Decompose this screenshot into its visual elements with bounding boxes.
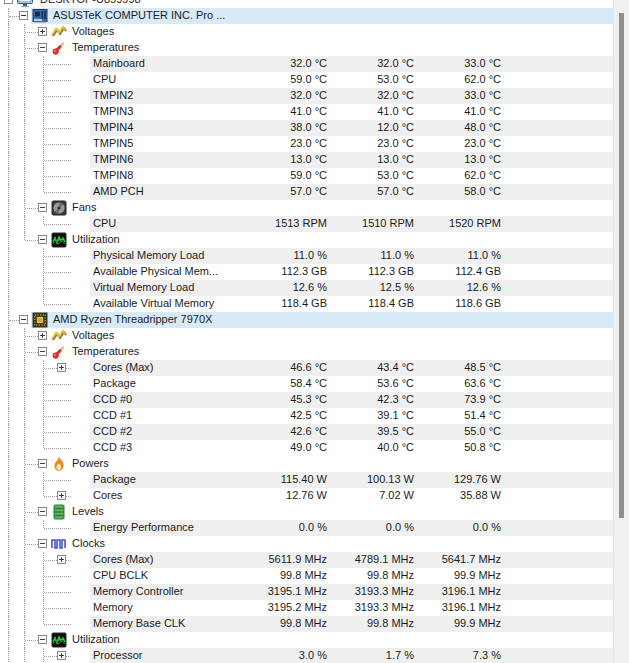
scrollbar-thumb[interactable] <box>619 13 624 518</box>
tree-row[interactable]: Temperatures <box>0 40 613 56</box>
scrollbar[interactable] <box>613 0 629 663</box>
collapse-minus-icon[interactable] <box>4 0 13 4</box>
tree-row[interactable]: CPU1513 RPM1510 RPM1520 RPM <box>0 216 613 232</box>
tree-row[interactable]: Processor3.0 %1.7 %7.3 % <box>0 648 613 663</box>
collapse-minus-icon[interactable] <box>19 11 28 20</box>
tree-row[interactable]: Memory Base CLK99.8 MHz99.8 MHz99.9 MHz <box>0 616 613 632</box>
tree-row[interactable]: CPU59.0 °C53.0 °C62.0 °C <box>0 72 613 88</box>
collapse-minus-icon[interactable] <box>38 235 47 244</box>
tree-elbow-line <box>43 184 44 192</box>
tree-row[interactable]: Cores (Max)5611.9 MHz4789.1 MHz5641.7 MH… <box>0 552 613 568</box>
tree-row[interactable]: Available Virtual Memory118.4 GB118.4 GB… <box>0 296 613 312</box>
tree-item-label: CPU BCLK <box>93 568 148 583</box>
value-col-1: 1513 RPM <box>241 216 327 231</box>
tree-row[interactable]: Voltages <box>0 24 613 40</box>
value-col-1: 99.8 MHz <box>241 616 327 631</box>
collapse-minus-icon[interactable] <box>19 315 28 324</box>
tree-guide-line <box>24 568 25 584</box>
tree-row[interactable]: Levels <box>0 504 613 520</box>
expand-plus-icon[interactable] <box>57 363 66 372</box>
value-col-1: 59.0 °C <box>241 168 327 183</box>
collapse-minus-icon[interactable] <box>38 347 47 356</box>
tree-row[interactable]: Temperatures <box>0 344 613 360</box>
collapse-minus-icon[interactable] <box>38 203 47 212</box>
value-col-2: 1.7 % <box>328 648 414 663</box>
tree-item-label: Virtual Memory Load <box>93 280 194 295</box>
tree-item-label: Voltages <box>72 328 114 343</box>
tree-row[interactable]: TMPIN341.0 °C41.0 °C41.0 °C <box>0 104 613 120</box>
tree-guide-line <box>24 488 25 504</box>
value-col-2: 7.02 W <box>328 488 414 503</box>
tree-row[interactable]: TMPIN523.0 °C23.0 °C23.0 °C <box>0 136 613 152</box>
tree-row[interactable]: Mainboard32.0 °C32.0 °C33.0 °C <box>0 56 613 72</box>
flame-icon <box>51 456 67 472</box>
tree-guide-line <box>8 504 9 520</box>
computer-icon <box>17 0 33 8</box>
tree-row[interactable]: Memory Controller3195.1 MHz3193.3 MHz319… <box>0 584 613 600</box>
tree-row[interactable]: Package115.40 W100.13 W129.76 W <box>0 472 613 488</box>
tree-row[interactable]: Package58.4 °C53.6 °C63.6 °C <box>0 376 613 392</box>
value-col-1: 23.0 °C <box>241 136 327 151</box>
utilization-icon <box>51 632 67 648</box>
tree-row[interactable]: ASUSTeK COMPUTER INC. Pro ... <box>0 8 613 24</box>
tree-row[interactable]: Available Physical Mem...112.3 GB112.3 G… <box>0 264 613 280</box>
tree-row[interactable]: TMPIN859.0 °C53.0 °C62.0 °C <box>0 168 613 184</box>
tree-row[interactable]: Physical Memory Load11.0 %11.0 %11.0 % <box>0 248 613 264</box>
tree-guide-line <box>24 360 25 376</box>
expand-plus-icon[interactable] <box>57 555 66 564</box>
tree-row[interactable]: TMPIN438.0 °C12.0 °C48.0 °C <box>0 120 613 136</box>
expand-plus-icon[interactable] <box>38 331 47 340</box>
tree-item-label: Package <box>93 472 136 487</box>
temperature-icon <box>51 40 67 56</box>
tree-row[interactable]: Memory3195.2 MHz3193.3 MHz3196.1 MHz <box>0 600 613 616</box>
tree-row[interactable]: TMPIN232.0 °C32.0 °C33.0 °C <box>0 88 613 104</box>
voltage-icon <box>51 24 67 40</box>
collapse-minus-icon[interactable] <box>38 539 47 548</box>
tree-guide-line <box>24 136 25 152</box>
value-col-1: 3195.1 MHz <box>241 584 327 599</box>
tree-row[interactable]: CCD #349.0 °C40.0 °C50.8 °C <box>0 440 613 456</box>
tree-row[interactable]: Utilization <box>0 632 613 648</box>
tree-row[interactable]: CCD #045.3 °C42.3 °C73.9 °C <box>0 392 613 408</box>
tree-row[interactable]: Fans <box>0 200 613 216</box>
tree-item-label: Utilization <box>72 232 120 247</box>
tree-guide-line <box>8 456 9 472</box>
value-col-2: 4789.1 MHz <box>328 552 414 567</box>
tree-row[interactable]: CCD #242.6 °C39.5 °C55.0 °C <box>0 424 613 440</box>
tree-guide-line <box>8 600 9 616</box>
expand-plus-icon[interactable] <box>57 651 66 660</box>
tree-guide-line <box>24 168 25 184</box>
value-col-2: 32.0 °C <box>328 56 414 71</box>
expand-plus-icon[interactable] <box>57 491 66 500</box>
tree-row[interactable]: Voltages <box>0 328 613 344</box>
tree-row[interactable]: AMD Ryzen Threadripper 7970X <box>0 312 613 328</box>
collapse-minus-icon[interactable] <box>38 635 47 644</box>
tree-elbow-stub <box>44 64 71 65</box>
tree-row[interactable]: AMD PCH57.0 °C57.0 °C58.0 °C <box>0 184 613 200</box>
tree-row[interactable]: Cores12.76 W7.02 W35.88 W <box>0 488 613 504</box>
value-col-2: 13.0 °C <box>328 152 414 167</box>
tree-item-label: TMPIN2 <box>93 88 133 103</box>
collapse-minus-icon[interactable] <box>38 459 47 468</box>
tree-row[interactable]: CPU BCLK99.8 MHz99.8 MHz99.9 MHz <box>0 568 613 584</box>
tree-row[interactable]: TMPIN613.0 °C13.0 °C13.0 °C <box>0 152 613 168</box>
tree-elbow-stub <box>44 400 71 401</box>
collapse-minus-icon[interactable] <box>38 43 47 52</box>
expand-plus-icon[interactable] <box>38 27 47 36</box>
tree-row[interactable]: Cores (Max)46.6 °C43.4 °C48.5 °C <box>0 360 613 376</box>
tree-row[interactable]: DESKTOP-U859998 <box>0 0 613 8</box>
tree-row[interactable]: CCD #142.5 °C39.1 °C51.4 °C <box>0 408 613 424</box>
tree-row[interactable]: Utilization <box>0 232 613 248</box>
tree-guide-line <box>8 568 9 584</box>
tree-elbow-line <box>24 232 25 240</box>
tree-guide-line <box>8 296 9 312</box>
levels-icon <box>51 504 67 520</box>
tree-row[interactable]: Energy Performance0.0 %0.0 %0.0 % <box>0 520 613 536</box>
tree-guide-line <box>24 120 25 136</box>
tree-row[interactable]: Clocks <box>0 536 613 552</box>
collapse-minus-icon[interactable] <box>38 507 47 516</box>
tree-row[interactable]: Powers <box>0 456 613 472</box>
tree-row[interactable]: Virtual Memory Load12.6 %12.5 %12.6 % <box>0 280 613 296</box>
value-col-3: 13.0 °C <box>415 152 501 167</box>
tree-item-label: Temperatures <box>72 344 139 359</box>
